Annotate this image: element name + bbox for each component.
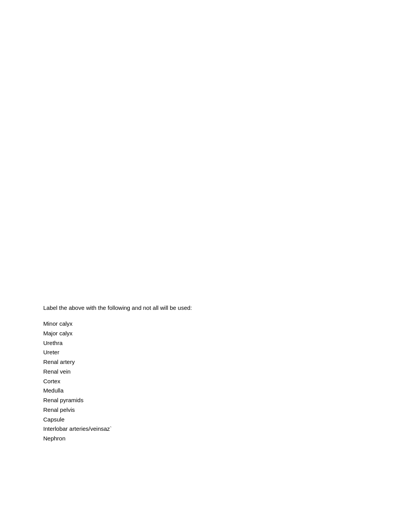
instruction-text: Label the above with the following and n… [43, 304, 192, 311]
label-item: Interlobar arteries/veinsaz` [43, 424, 112, 434]
diagram-area [0, 0, 410, 286]
label-item: Capsule [43, 415, 112, 425]
label-item: Renal pyramids [43, 396, 112, 405]
label-item: Medulla [43, 386, 112, 396]
label-list: Minor calyxMajor calyxUrethraUreterRenal… [43, 319, 112, 444]
label-item: Renal artery [43, 357, 112, 367]
label-item: Cortex [43, 377, 112, 386]
label-item: Nephron [43, 434, 112, 444]
label-item: Major calyx [43, 329, 112, 338]
label-item: Minor calyx [43, 319, 112, 329]
label-item: Renal pelvis [43, 405, 112, 415]
label-item: Ureter [43, 348, 112, 357]
label-item: Urethra [43, 338, 112, 348]
page-container: Label the above with the following and n… [0, 0, 410, 532]
label-item: Renal vein [43, 367, 112, 377]
